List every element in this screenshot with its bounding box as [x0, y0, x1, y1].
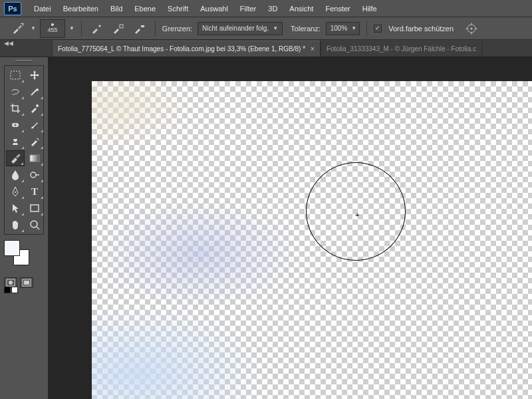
document-tab-title: Fotolia_7775064_L © Thaut Images - Fotol… — [58, 45, 305, 53]
sampling-continuous-icon[interactable] — [88, 20, 106, 37]
gradient-tool[interactable] — [25, 150, 44, 166]
close-icon[interactable]: × — [311, 45, 315, 53]
protect-fg-label: Vord.farbe schützen — [388, 25, 454, 33]
menu-hilfe[interactable]: Hilfe — [356, 0, 383, 17]
image-content — [92, 81, 532, 399]
svg-point-13 — [31, 172, 36, 178]
document-tab-active[interactable]: Fotolia_7775064_L © Thaut Images - Fotol… — [52, 41, 321, 57]
magic-wand-tool[interactable] — [25, 84, 44, 100]
svg-point-11 — [19, 154, 20, 156]
svg-point-0 — [98, 25, 100, 27]
toolbox-drag-handle[interactable] — [4, 60, 44, 64]
history-brush-tool[interactable] — [25, 134, 44, 150]
target-color-icon[interactable] — [463, 20, 480, 37]
menu-3d[interactable]: 3D — [262, 0, 283, 17]
svg-point-16 — [31, 221, 37, 227]
menu-bild[interactable]: Bild — [104, 0, 128, 17]
default-colors-icon[interactable] — [4, 287, 11, 293]
brush-cursor-circle — [306, 162, 406, 261]
toolbox-panel: T — [0, 57, 48, 399]
eyedropper-tool[interactable] — [25, 100, 44, 116]
swap-colors-icon[interactable] — [11, 287, 18, 293]
menu-schrift[interactable]: Schrift — [162, 0, 194, 17]
brush-cursor-crosshair: + — [355, 211, 359, 219]
menu-bar: Ps Datei Bearbeiten Bild Ebene Schrift A… — [0, 0, 532, 17]
svg-rect-8 — [11, 71, 20, 79]
hand-tool[interactable] — [6, 217, 25, 233]
move-tool[interactable] — [25, 67, 44, 83]
path-selection-tool[interactable] — [6, 200, 25, 216]
menu-datei[interactable]: Datei — [28, 0, 57, 17]
color-swatches[interactable] — [4, 240, 32, 265]
svg-rect-1 — [120, 25, 123, 28]
svg-rect-15 — [31, 205, 39, 211]
zoom-tool[interactable] — [25, 217, 44, 233]
document-tab-inactive[interactable]: Fotolia_31333343_M - © Jürgen Fälchle - … — [321, 41, 482, 57]
menu-ebene[interactable]: Ebene — [128, 0, 162, 17]
tool-dropdown-arrow-icon[interactable]: ▼ — [31, 25, 36, 31]
marquee-tool[interactable] — [6, 67, 25, 83]
document-canvas[interactable]: + — [92, 81, 532, 399]
crop-tool[interactable] — [6, 100, 25, 116]
pen-tool[interactable] — [6, 184, 25, 200]
grenzen-dropdown[interactable]: Nicht aufeinander folg. ▼ — [198, 22, 283, 35]
toleranz-value: 100% — [331, 25, 348, 32]
healing-brush-tool[interactable] — [6, 117, 25, 133]
blur-tool[interactable] — [6, 167, 25, 183]
grenzen-label: Grenzen: — [162, 25, 192, 33]
svg-rect-20 — [24, 281, 29, 285]
menu-bearbeiten[interactable]: Bearbeiten — [57, 0, 104, 17]
svg-point-18 — [9, 281, 13, 285]
dodge-tool[interactable] — [25, 167, 44, 183]
toleranz-label: Toleranz: — [291, 25, 321, 33]
menu-auswahl[interactable]: Auswahl — [194, 0, 234, 17]
background-eraser-tool[interactable] — [6, 150, 25, 166]
sampling-once-icon[interactable] — [110, 20, 127, 37]
workspace: T + — [0, 57, 532, 399]
grenzen-value: Nicht aufeinander folg. — [202, 25, 269, 32]
brush-preset-picker[interactable]: 455 — [40, 19, 65, 38]
shape-tool[interactable] — [25, 200, 44, 216]
app-logo: Ps — [4, 2, 21, 15]
chevron-down-icon: ▼ — [273, 25, 278, 31]
lasso-tool[interactable] — [6, 84, 25, 100]
svg-rect-12 — [30, 155, 39, 162]
options-bar: ▼ 455 ▼ Grenzen: Nicht aufeinander folg.… — [0, 17, 532, 40]
clone-stamp-tool[interactable] — [6, 134, 25, 150]
svg-point-3 — [471, 27, 473, 29]
menu-fenster[interactable]: Fenster — [319, 0, 356, 17]
protect-foreground-checkbox[interactable]: Vord.farbe schützen — [374, 25, 454, 33]
toolbox: T — [4, 65, 44, 235]
collapse-arrow-icon[interactable]: ◀◀ — [4, 40, 13, 47]
checkbox-icon — [374, 25, 382, 33]
active-tool-icon[interactable] — [9, 20, 27, 37]
type-tool[interactable]: T — [25, 184, 44, 200]
canvas-area: + — [48, 57, 532, 399]
foreground-color-swatch[interactable] — [4, 240, 20, 256]
svg-point-14 — [15, 192, 16, 193]
brush-tool[interactable] — [25, 117, 44, 133]
chevron-down-icon: ▼ — [351, 25, 356, 31]
document-tab-title: Fotolia_31333343_M - © Jürgen Fälchle - … — [327, 45, 476, 53]
svg-point-9 — [36, 104, 39, 107]
brush-dropdown-arrow-icon[interactable]: ▼ — [69, 25, 74, 31]
toleranz-dropdown[interactable]: 100% ▼ — [326, 22, 360, 35]
menu-ansicht[interactable]: Ansicht — [283, 0, 319, 17]
brush-size-value: 455 — [47, 27, 57, 33]
menu-filter[interactable]: Filter — [234, 0, 262, 17]
sampling-swatch-icon[interactable] — [131, 20, 148, 37]
document-tab-strip: Fotolia_7775064_L © Thaut Images - Fotol… — [0, 40, 532, 57]
